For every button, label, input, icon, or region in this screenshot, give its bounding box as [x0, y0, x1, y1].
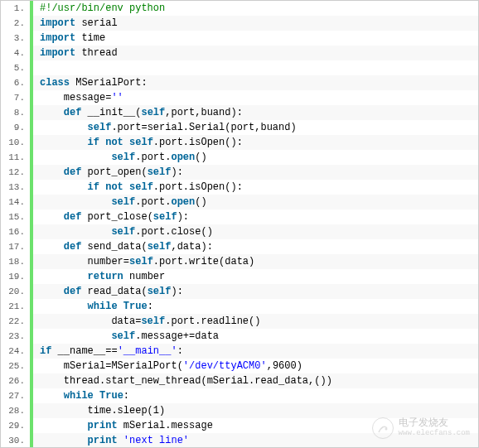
line-number: 12. [1, 165, 30, 180]
code-token: def [64, 286, 82, 297]
code-token [40, 390, 64, 402]
code-token: ) [159, 405, 165, 417]
code-area[interactable]: #!/usr/bin/env pythonimport serialimport… [31, 1, 478, 447]
code-token: '/dev/ttyACM0' [183, 360, 267, 372]
code-line[interactable]: print mSerial.message [33, 418, 478, 433]
code-token: = [141, 122, 147, 133]
code-token: def [64, 211, 82, 223]
code-line[interactable] [33, 60, 478, 75]
code-line[interactable]: def port_close(self): [33, 210, 478, 224]
code-token: '__main__' [118, 345, 177, 357]
code-token: not [105, 181, 123, 193]
code-editor-container: 1.2.3.4.5.6.7.8.9.10.11.12.13.14.15.16.1… [1, 1, 478, 447]
code-token: .message [135, 330, 183, 342]
code-line[interactable]: return number [33, 269, 478, 284]
line-number: 14. [1, 195, 30, 210]
code-token: .port.isOpen(): [153, 181, 243, 193]
code-token: : [148, 301, 153, 312]
code-token: not [105, 137, 123, 148]
code-token [123, 137, 129, 148]
code-line[interactable]: number=self.port.write(data) [33, 254, 478, 269]
code-token: True [123, 301, 148, 312]
code-line[interactable]: import time [33, 31, 478, 46]
code-token: time [75, 32, 105, 44]
code-token: import [40, 17, 75, 29]
code-line[interactable]: if not self.port.isOpen(): [33, 135, 478, 150]
code-token [40, 435, 88, 446]
line-number: 7. [1, 90, 30, 105]
code-token [40, 137, 88, 148]
code-token: read_data( [81, 286, 147, 297]
line-number: 23. [1, 329, 30, 344]
code-token: class [40, 77, 70, 89]
code-token [40, 226, 111, 238]
line-number: 16. [1, 224, 30, 239]
code-token: .port [111, 122, 141, 133]
code-token: : [123, 390, 129, 402]
code-line[interactable]: time.sleep(1) [33, 403, 478, 418]
line-number: 27. [1, 388, 30, 403]
code-token: port_close( [81, 211, 152, 223]
code-token: self [111, 226, 135, 238]
code-token: def [64, 107, 82, 118]
code-token: ): [171, 166, 182, 178]
line-number: 8. [1, 105, 30, 120]
line-number: 25. [1, 359, 30, 373]
code-token: open [171, 152, 195, 163]
code-line[interactable]: while True: [33, 299, 478, 314]
code-token: if [40, 345, 51, 357]
code-token: self [111, 196, 135, 208]
code-token: () [195, 196, 206, 208]
line-number: 30. [1, 433, 30, 448]
code-token [40, 301, 88, 312]
code-token: data [40, 316, 135, 327]
code-token: while [88, 301, 118, 312]
code-line[interactable]: def read_data(self): [33, 284, 478, 299]
code-line[interactable]: self.message+=data [33, 329, 478, 344]
line-number: 20. [1, 284, 30, 299]
code-line[interactable]: #!/usr/bin/env python [33, 1, 478, 16]
code-token: self [148, 241, 172, 253]
code-token: self [129, 137, 153, 148]
code-line[interactable]: class MSerialPort: [33, 75, 478, 90]
code-line[interactable]: def port_open(self): [33, 165, 478, 180]
code-line[interactable]: if __name__=='__main__': [33, 344, 478, 359]
code-line[interactable]: message='' [33, 90, 478, 105]
code-token: #!/usr/bin/env python [40, 2, 165, 14]
code-line[interactable]: import thread [33, 46, 478, 60]
code-token: MSerialPort: [70, 77, 148, 89]
code-token: def [64, 241, 82, 253]
code-line[interactable]: self.port.open() [33, 195, 478, 210]
code-token [40, 166, 64, 178]
code-line[interactable]: self.port.close() [33, 224, 478, 239]
code-token: self [148, 286, 172, 297]
code-line[interactable]: if not self.port.isOpen(): [33, 180, 478, 195]
code-token: open [171, 196, 195, 208]
code-line[interactable]: self.port=serial.Serial(port,buand) [33, 120, 478, 135]
code-token: print [88, 435, 118, 446]
code-token: , [267, 360, 273, 372]
code-line[interactable]: while True: [33, 388, 478, 403]
code-token: .port.write(data) [153, 256, 254, 267]
code-line[interactable]: print 'next line' [33, 433, 478, 448]
code-token: while [64, 390, 94, 402]
code-token: 1 [153, 405, 159, 417]
code-token: __name__ [51, 345, 105, 357]
code-token: serial.Serial(port,buand) [148, 122, 297, 133]
line-number: 5. [1, 60, 30, 75]
line-number: 10. [1, 135, 30, 150]
code-token: .port. [135, 152, 171, 163]
code-line[interactable]: thread.start_new_thread(mSerial.read_dat… [33, 373, 478, 388]
code-line[interactable]: self.port.open() [33, 150, 478, 165]
code-line[interactable]: mSerial=MSerialPort('/dev/ttyACM0',9600) [33, 359, 478, 373]
code-line[interactable]: def __init__(self,port,buand): [33, 105, 478, 120]
code-token [40, 196, 111, 208]
code-line[interactable]: data=self.port.readline() [33, 314, 478, 329]
code-token [40, 122, 88, 133]
line-number: 26. [1, 373, 30, 388]
code-line[interactable]: import serial [33, 16, 478, 31]
code-token: number [40, 256, 123, 267]
line-number: 9. [1, 120, 30, 135]
code-line[interactable]: def send_data(self,data): [33, 239, 478, 254]
code-token: __init__( [81, 107, 141, 118]
